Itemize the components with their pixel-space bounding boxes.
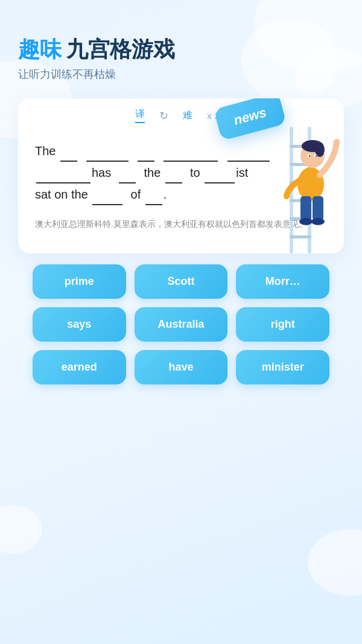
title-highlight: 趣味: [18, 36, 62, 62]
svg-point-14: [309, 155, 310, 156]
main-card: 译 ↻ 难 x 1.0 The has the to ist sat on th…: [18, 98, 344, 253]
blank-8: [165, 182, 182, 183]
svg-rect-17: [313, 196, 323, 220]
svg-rect-16: [300, 196, 311, 220]
word-btn-right[interactable]: right: [236, 307, 329, 342]
word-btn-prime[interactable]: prime: [33, 264, 126, 299]
blank-4: [164, 161, 218, 162]
difficulty-btn[interactable]: 难: [183, 109, 192, 122]
blank-10: [92, 204, 122, 205]
word-btn-minister[interactable]: minister: [236, 350, 329, 384]
title-rest: 九宫格游戏: [66, 36, 175, 62]
blank-3: [138, 161, 154, 162]
subtitle: 让听力训练不再枯燥: [18, 67, 344, 81]
refresh-icon[interactable]: ↻: [159, 109, 168, 123]
svg-point-18: [299, 218, 313, 225]
blank-1: [60, 161, 77, 162]
svg-rect-7: [290, 235, 311, 238]
title-area: 趣味 九宫格游戏 让听力训练不再枯燥: [18, 36, 344, 81]
blank-9: [205, 182, 235, 183]
floating-word-label: news: [232, 104, 268, 127]
translate-btn[interactable]: 译: [135, 108, 145, 123]
main-title: 趣味 九宫格游戏: [18, 36, 344, 62]
word-grid: prime Scott Morr… says Australia right e…: [18, 264, 344, 384]
svg-point-15: [316, 155, 317, 156]
blank-6: [36, 182, 91, 183]
word-btn-earned[interactable]: earned: [33, 350, 126, 384]
word-btn-says[interactable]: says: [33, 307, 126, 342]
blank-2: [86, 161, 129, 162]
word-btn-morr[interactable]: Morr…: [236, 264, 329, 299]
blank-7: [119, 182, 136, 183]
word-btn-have[interactable]: have: [135, 350, 228, 384]
word-btn-scott[interactable]: Scott: [135, 264, 228, 299]
blank-11: [145, 204, 162, 205]
word-btn-australia[interactable]: Australia: [135, 307, 228, 342]
svg-point-19: [311, 218, 325, 225]
